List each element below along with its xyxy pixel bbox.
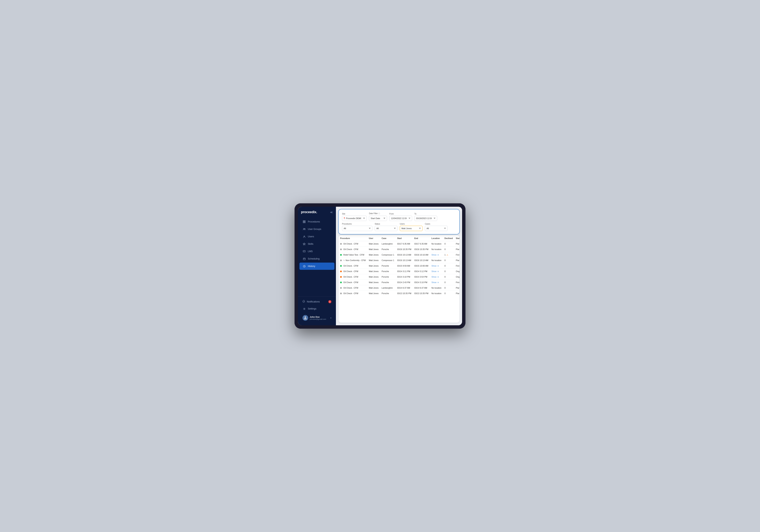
sidebar-item-notifications[interactable]: Notifications 2 [300,298,334,305]
show-link[interactable]: Show ⬆ [432,281,439,283]
cell-location: Show ⬆ [430,280,443,285]
table-row: Relief Valve Test - CFW Matt JonesCompre… [339,252,459,258]
cell-declined: 0 [443,263,454,269]
cell-procedure: Relief Valve Test - CFW [339,252,367,258]
filter-panel: Site 📍 Date Filter ⓘ Start Date Fr [339,209,459,234]
cell-start: 03/14 6:37 AM [396,285,413,291]
settings-icon [303,307,306,311]
cell-location: Show ⬆ [430,252,443,258]
cell-end: 03/16 10:13 AM [413,258,430,263]
sidebar-item-skills[interactable]: Skills [300,240,334,248]
skills-icon [303,242,306,246]
history-icon [303,265,306,268]
cell-declined: 0 [443,274,454,280]
show-link[interactable]: Show ⬆ [432,265,439,267]
sidebar-item-users[interactable]: Users [300,233,334,240]
table-row: Oil Check - CFW Matt JonesPorsche03/14 3… [339,274,459,280]
show-link[interactable]: Show ⬆ [432,254,439,256]
cell-declined: 1 ⚠ [443,252,454,258]
cell-start: 03/16 10:35 PM [396,247,413,252]
sidebar-label-history: History [308,265,315,267]
status-dot [340,287,342,289]
status-dot [340,282,342,283]
sidebar-item-scheduling[interactable]: Scheduling [300,255,334,263]
status-dot [340,249,342,250]
table-row: Oil Check - CFW Matt JonesLamborghini03/… [339,241,459,247]
cell-start: 03/16 10:13 AM [396,258,413,263]
col-user: User [367,235,380,241]
status-dot [340,265,342,267]
cell-user: Matt Jones [367,291,380,296]
cell-procedure: Oil Check - CFW [339,274,367,280]
procedure-name: Oil Check - CFW [343,243,358,245]
upload-icon: ⬆ [437,282,439,283]
sidebar-nav: Procedures User Groups [298,217,336,296]
cell-location: Show ⬆ [430,269,443,274]
status-dot [340,260,342,261]
sidebar-label-procedures: Procedures [308,220,320,223]
date-filter-select[interactable]: Start Date [369,216,387,221]
table-row: Oil Check - CFW Matt JonesPorsche03/16 1… [339,247,459,252]
sidebar-item-lms[interactable]: LMS [300,248,334,255]
cell-location: No location [430,291,443,296]
cell-case: Porsche [380,263,396,269]
lms-icon [303,250,306,253]
status-dot [340,270,342,272]
sidebar-label-lms: LMS [308,250,313,253]
procedures-icon [303,220,306,223]
svg-point-16 [304,308,305,309]
sidebar: proceedix. ≪ Procedures [298,207,336,325]
cell-start: 03/14 3:10 PM [396,274,413,280]
avatar [303,315,308,321]
tablet-screen: proceedix. ≪ Procedures [298,207,462,325]
show-link[interactable]: Show ⬆ [432,270,439,272]
table-row: ↻ Non Conformity - CFW Matt JonesCompres… [339,258,459,263]
cell-procedure: Oil Check - CFW [339,269,367,274]
svg-rect-0 [303,220,304,221]
cell-end: 03/16 10:35 PM [413,247,430,252]
user-profile[interactable]: John Doe johndoe@gmail.com ▾ [300,313,334,323]
cell-status: Ongoing [454,269,459,274]
sidebar-item-user-groups[interactable]: User Groups [300,225,334,233]
sidebar-item-procedures[interactable]: Procedures [300,218,334,225]
show-link[interactable]: Show ⬆ [432,276,439,278]
cases-filter-select[interactable]: All [425,226,448,231]
procedures-filter-select[interactable]: All [342,226,372,231]
collapse-icon[interactable]: ≪ [330,211,333,214]
status-filter-select[interactable]: All [375,226,398,231]
cell-declined: 0 [443,269,454,274]
cell-start: 03/15 9:59 AM [396,263,413,269]
cell-procedure: Oil Check - CFW [339,247,367,252]
sidebar-item-history[interactable]: History [300,263,334,270]
site-input[interactable] [342,216,367,221]
cell-user: Matt Jones [367,269,380,274]
tablet-frame: proceedix. ≪ Procedures [295,203,465,329]
filter-row-1: Site 📍 Date Filter ⓘ Start Date Fr [342,213,456,221]
cell-procedure: Oil Check - CFW [339,280,367,285]
sync-icon: ↻ [343,259,345,262]
procedure-name: Oil Check - CFW [343,270,358,272]
cell-declined: 0 [443,247,454,252]
to-select[interactable]: 03/18/2023 12:00 AM [414,216,437,221]
col-declined: Declined [443,235,454,241]
cell-case: Porsche [380,274,396,280]
cell-status: Finished [454,280,459,285]
from-select[interactable]: 12/04/2022 12:00 AM [389,216,412,221]
cell-case: Porsche [380,280,396,285]
cell-end: 03/13 10:35 PM [413,291,430,296]
cell-status: Planned [454,247,459,252]
scheduling-icon [303,257,306,261]
notifications-badge: 2 [328,300,331,303]
cell-location: No location [430,285,443,291]
cell-user: Matt Jones [367,285,380,291]
sidebar-label-user-groups: User Groups [308,228,321,230]
sidebar-item-settings[interactable]: Settings [300,305,334,313]
filter-group-to: To 03/18/2023 12:00 AM [414,213,437,221]
sidebar-label-users: Users [308,235,314,238]
cell-location: No location [430,247,443,252]
site-label: Site [342,213,367,215]
users-filter-select[interactable]: Matt Jones [400,226,423,231]
col-start: Start [396,235,413,241]
procedure-name: Non Conformity - CFW [346,259,366,262]
table-container: Procedure User Case Start End Location D… [339,235,459,323]
